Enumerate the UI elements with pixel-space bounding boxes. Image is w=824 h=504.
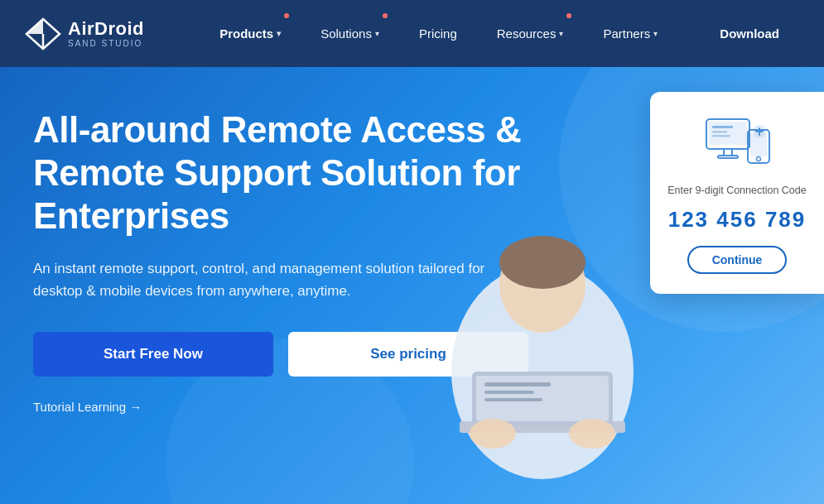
- card-code: 123 456 789: [667, 207, 807, 233]
- svg-rect-9: [484, 398, 542, 401]
- connection-card: Enter 9-digit Connection Code 123 456 78…: [650, 92, 824, 294]
- nav-dot-solutions: [383, 13, 388, 18]
- nav-item-solutions[interactable]: Solutions ▾: [301, 0, 399, 67]
- device-icon: [667, 115, 807, 172]
- hero-person-image: [410, 206, 675, 504]
- logo-sub-text: Sand Studio: [68, 39, 144, 48]
- svg-point-13: [499, 236, 585, 289]
- nav-links: Products ▾ Solutions ▾ Pricing Resources…: [177, 0, 700, 67]
- svg-rect-18: [712, 135, 730, 137]
- nav-download[interactable]: Download: [700, 0, 799, 67]
- logo[interactable]: AirDroid Sand Studio: [25, 16, 144, 52]
- chevron-down-icon: ▾: [277, 29, 281, 38]
- nav-item-resources[interactable]: Resources ▾: [477, 0, 584, 67]
- svg-rect-7: [484, 382, 551, 386]
- airdroid-logo-icon: [25, 16, 61, 52]
- svg-point-10: [470, 419, 516, 449]
- svg-rect-20: [718, 156, 738, 158]
- continue-button[interactable]: Continue: [687, 246, 788, 274]
- start-free-button[interactable]: Start Free Now: [33, 332, 273, 377]
- svg-point-11: [569, 419, 615, 449]
- logo-main-text: AirDroid: [68, 19, 144, 39]
- nav-item-partners[interactable]: Partners ▾: [583, 0, 677, 67]
- card-label: Enter 9-digit Connection Code: [667, 184, 807, 199]
- chevron-down-icon: ▾: [375, 29, 379, 38]
- hero-section: All-around Remote Access & Remote Suppor…: [0, 67, 824, 504]
- svg-point-23: [757, 157, 761, 161]
- navbar: AirDroid Sand Studio Products ▾ Solution…: [0, 0, 824, 67]
- svg-rect-19: [724, 149, 732, 156]
- svg-rect-17: [712, 131, 727, 133]
- nav-item-products[interactable]: Products ▾: [200, 0, 301, 67]
- svg-rect-8: [484, 391, 534, 394]
- svg-rect-16: [712, 126, 733, 128]
- svg-rect-15: [709, 122, 747, 145]
- nav-item-pricing[interactable]: Pricing: [399, 0, 477, 67]
- tutorial-link[interactable]: Tutorial Learning →: [33, 400, 142, 414]
- nav-dot-resources: [566, 13, 571, 18]
- chevron-down-icon: ▾: [653, 29, 658, 38]
- chevron-down-icon: ▾: [559, 29, 563, 38]
- nav-dot-products: [284, 13, 289, 18]
